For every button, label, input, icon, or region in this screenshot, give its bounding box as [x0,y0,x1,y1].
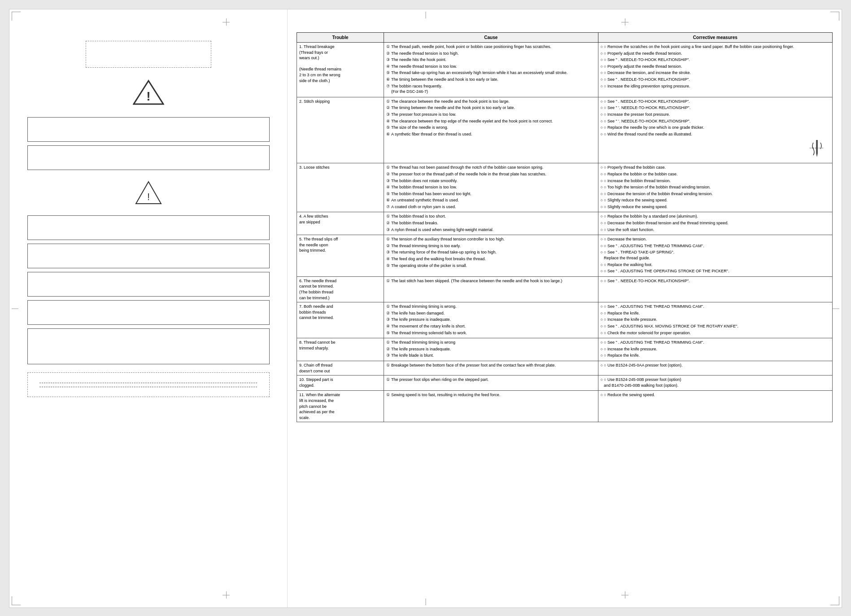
corrective-bullet: ○ [601,353,603,358]
corrective-item: ○○ Increase the knife pressure. [601,346,830,352]
corrective-bullet: ○ [601,197,603,203]
cause-number: ⑤ [386,330,390,336]
corrective-text: ○ Replace the knife. [604,310,640,316]
corrective-bullet: ○ [601,70,603,76]
numbered-cause-item: ⑥An untreated synthetic thread is used. [386,197,596,203]
numbered-cause-item: ④The clearance between the top edge of t… [386,118,596,124]
corrective-text: ○ Increase the knife pressure. [604,317,657,323]
corrective-bullet: ○ [601,44,603,50]
page: ! ! [9,9,842,608]
numbered-cause-item: ①The tension of the auxiliary thread ten… [386,236,596,242]
cause-text: Breakage between the bottom face of the … [391,363,556,368]
numbered-cause-item: ②The bobbin thread breaks. [386,220,596,226]
corrective-item: ○○ Decrease the tension, and increase th… [601,70,830,76]
warning-triangle-icon: ! [133,79,164,106]
corrective-text: ○ Decrease the tension, and increase the… [604,70,691,76]
numbered-cause-item: ②The knife pressure is inadequate. [386,346,596,352]
corrective-bullet: ○ [601,184,603,190]
stitch-line-box [27,372,270,397]
table-row: 6. The needle threadcannot be trimmed.(T… [297,276,833,302]
corner-mark-tr [830,12,839,21]
trouble-cell-4: 5. The thread slips offthe needle uponbe… [297,235,384,277]
numbered-cause-item: ①Sewing speed is too fast, resulting in … [386,392,596,398]
cause-cell-2: ①The thread has not been passed through … [384,163,598,212]
cause-number: ② [386,243,390,249]
cause-text: The thread path, needle point, hook poin… [391,44,551,50]
corrective-item: ○○ See " '. NEEDLE-TO-HOOK RELATIONSHIP"… [601,105,830,111]
corrective-item: ○○ See " . ADJUSTING THE THREAD TRIMMING… [601,340,830,345]
cause-text: The bobbin thread tension is too low. [391,184,457,190]
corrective-item: ○○ Slightly reduce the sewing speed. [601,197,830,203]
corrective-bullet: ○ [601,227,603,233]
corrective-item: ○○ Decrease the tension of the bobbin th… [601,191,830,197]
corrective-bullet: ○ [601,363,603,368]
cause-number: ⑤ [386,125,390,131]
cause-cell-9: ①The presser foot slips when riding on t… [384,376,598,391]
cause-number: ① [386,392,390,398]
corrective-bullet: ○ [601,83,603,89]
cause-number: ⑦ [386,204,390,210]
corrective-item: ○○ Slightly reduce the sewing speed. [601,204,830,210]
numbered-cause-item: ⑤The thread trimming solenoid fails to w… [386,330,596,336]
numbered-cause-item: ③The bobbin does not rotate smoothly. [386,178,596,184]
corrective-item: ○○ Increase the idling prevention spring… [601,83,830,89]
cause-text: The knife pressure is inadequate. [391,346,451,352]
cause-number: ③ [386,249,390,255]
numbered-cause-item: ⑥A synthetic fiber thread or thin thread… [386,131,596,137]
cause-number: ⑤ [386,70,390,76]
corrective-text: ○ Wind the thread round the needle as il… [604,131,692,137]
cause-number: ② [386,220,390,226]
cause-number: ① [386,278,390,284]
corrective-cell-6: ○○ See " . ADJUSTING THE THREAD TRIMMING… [598,302,832,338]
center-mark-top [425,12,426,18]
corrective-item: ○○ Replace the knife. [601,353,830,358]
numbered-cause-item: ①The bobbin thread is too short. [386,214,596,219]
numbered-cause-item: ②The knife has been damaged. [386,310,596,316]
cause-text: The presser foot pressure is too low. [391,112,456,118]
cause-text: The timing between the needle and the ho… [391,105,515,111]
cause-text: A nylon thread is used when sewing light… [391,227,493,233]
cause-text: The presser foot or the thread path of t… [391,171,546,177]
corrective-item: ○○ Increase the knife pressure. [601,317,830,323]
corner-mark-br [830,596,839,605]
corrective-bullet: ○ [601,317,603,323]
corrective-text: ○ Replace the needle by one which is one… [604,125,704,131]
cross-mark-bottom-right [621,591,628,599]
content-boxes: ! [27,117,270,397]
corrective-item: ○○ Replace the needle by one which is on… [601,125,830,131]
rect-box-2 [27,145,270,170]
cross-mark-top-right [621,18,628,26]
svg-marker-5 [816,153,818,157]
trouble-cell-7: 8. Thread cannot betrimmed sharply. [297,338,384,361]
corrective-item: ○○ Reduce the sewing speed. [601,392,830,398]
corrective-cell-5: ○○ See " . NEEDLE-TO-HOOK RELATIONSHIP". [598,276,832,302]
numbered-cause-item: ⑦A coated cloth or nylon yarn is used. [386,204,596,210]
corrective-item: ○○ See " . NEEDLE-TO-HOOK RELATIONSHIP". [601,278,830,284]
numbered-cause-item: ④The needle thread tension is too low. [386,64,596,70]
corrective-cell-0: ○○ Remove the scratches on the hook poin… [598,43,832,97]
cause-text: The thread trimming timing is wrong [391,340,455,345]
svg-rect-4 [816,140,818,153]
cause-text: The needle thread tension is too low. [391,64,457,70]
numbered-cause-item: ①The thread trimming timing is wrong [386,340,596,345]
numbered-cause-item: ③The returning force of the thread take-… [386,249,596,255]
corrective-cell-9: ○○ Use B1524-245-00B presser foot (optio… [598,376,832,391]
corrective-text: ○ Replace the bobbin by a standard one (… [604,214,698,219]
corrective-item: ○○ Check the motor solenoid for proper o… [601,330,830,336]
corrective-item: ○○ See " . ADJUSTING THE THREAD TRIMMING… [601,304,830,310]
numbered-cause-item: ①The presser foot slips when riding on t… [386,377,596,383]
corrective-text: ○ Properly adjust the needle thread tens… [604,51,682,57]
corrective-item: ○○ Replace the bobbin or the bobbin case… [601,171,830,177]
corrective-bullet: ○ [601,64,603,70]
cause-text: An untreated synthetic thread is used. [391,197,459,203]
corrective-item: ○○ Increase the presser foot pressure. [601,112,830,118]
cause-cell-3: ①The bobbin thread is too short.②The bob… [384,212,598,235]
cause-text: The thread take-up spring has an excessi… [391,70,567,76]
cause-cell-4: ①The tension of the auxiliary thread ten… [384,235,598,277]
cause-text: The bobbin does not rotate smoothly. [391,178,458,184]
corrective-text: ○ Increase the knife pressure. [604,346,657,352]
corrective-bullet: ○ [601,304,603,310]
cause-number: ② [386,51,390,57]
corrective-text: ○ Replace the walking foot. [604,262,653,268]
corrective-bullet: ○ [601,236,603,242]
